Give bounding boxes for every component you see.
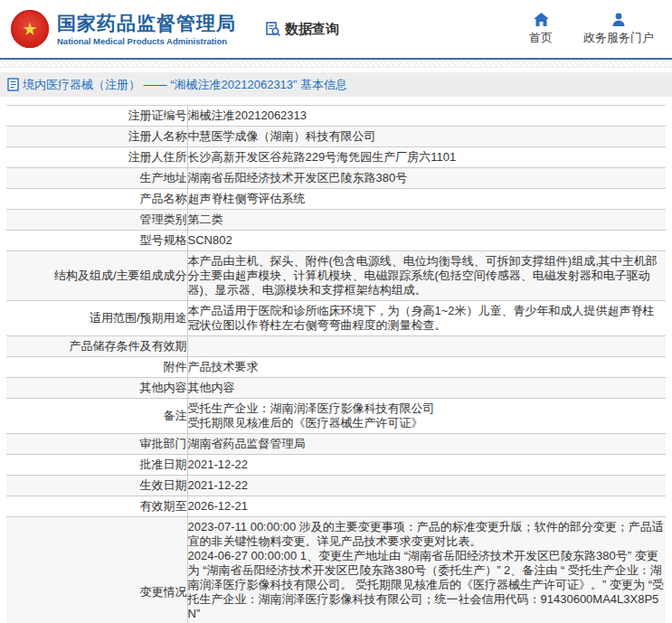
row-label: 附件 xyxy=(6,357,187,378)
row-value: 湖南省岳阳经济技术开发区巴陵东路380号 xyxy=(187,168,666,189)
row-value: 2021-12-22 xyxy=(187,455,666,476)
row-label: 备注 xyxy=(6,399,187,434)
table-row: 其他内容其他内容 xyxy=(6,378,666,399)
nav-home[interactable]: 首页 xyxy=(529,13,553,46)
registration-info-table-wrap: 注册证编号湘械注准20212062313注册人名称中慧医学成像（湖南）科技有限公… xyxy=(6,105,666,623)
nav-portal-label: 政务服务门户 xyxy=(583,30,654,46)
page-title: 境内医疗器械（注册） —— “湘械注准20212062313” 基本信息 xyxy=(23,77,347,93)
row-label: 型号规格 xyxy=(6,231,187,251)
table-row: 生产地址湖南省岳阳经济技术开发区巴陵东路380号 xyxy=(6,168,666,189)
data-query-label: 数据查询 xyxy=(285,21,339,38)
emblem-star-icon: ★ xyxy=(22,20,38,38)
row-value: 本产品由主机、探头、附件(包含电源线、电位均衡导线、可拆卸支撑组件)组成,其中主… xyxy=(187,251,666,301)
row-label: 结构及组成/主要组成成分 xyxy=(6,251,187,301)
table-row: 结构及组成/主要组成成分本产品由主机、探头、附件(包含电源线、电位均衡导线、可拆… xyxy=(6,251,666,301)
agency-title-block: 国家药品监督管理局 National Medical Products Admi… xyxy=(57,13,236,46)
row-label: 其他内容 xyxy=(6,378,187,399)
table-row: 注册人名称中慧医学成像（湖南）科技有限公司 xyxy=(6,127,666,147)
data-query-tab[interactable]: 数据查询 xyxy=(265,21,339,38)
row-label: 变更情况 xyxy=(6,517,187,623)
agency-name-en: National Medical Products Administration xyxy=(57,36,236,46)
row-value: 湖南省药品监督管理局 xyxy=(187,434,666,455)
table-row: 注册证编号湘械注准20212062313 xyxy=(6,106,666,127)
row-label: 生产地址 xyxy=(6,168,187,189)
row-label: 产品储存条件及有效期 xyxy=(6,336,187,357)
nav-portal[interactable]: 政务服务门户 xyxy=(583,13,654,46)
row-value: 中慧医学成像（湖南）科技有限公司 xyxy=(187,127,666,147)
row-value: 2023-07-11 00:00:00 涉及的主要变更事项：产品的标准变更升版；… xyxy=(187,517,666,623)
row-label: 生效日期 xyxy=(6,476,187,496)
data-query-icon xyxy=(265,21,281,37)
row-value: 第二类 xyxy=(187,210,666,231)
home-icon xyxy=(534,13,549,26)
top-nav: 首页 政务服务门户 xyxy=(529,13,663,46)
row-value: SCN802 xyxy=(187,231,666,251)
row-label: 注册人名称 xyxy=(6,127,187,147)
table-row: 适用范围/预期用途本产品适用于医院和诊所临床环境下，为（身高1~2米）儿童、青少… xyxy=(6,301,666,336)
table-row: 备注受托生产企业：湖南润泽医疗影像科技有限公司 受托期限见核准后的《医疗器械生产… xyxy=(6,399,666,434)
row-label: 产品名称 xyxy=(6,189,187,210)
row-value xyxy=(187,336,666,357)
row-value: 本产品适用于医院和诊所临床环境下，为（身高1~2米）儿童、青少年和成人提供超声脊… xyxy=(187,301,666,336)
table-row: 审批部门湖南省药品监督管理局 xyxy=(6,434,666,455)
row-value: 长沙高新开发区谷苑路229号海凭园生产厂房六1101 xyxy=(187,147,666,168)
agency-name-cn: 国家药品监督管理局 xyxy=(57,13,236,34)
table-row: 有效期至2026-12-21 xyxy=(6,496,666,517)
registration-info-table: 注册证编号湘械注准20212062313注册人名称中慧医学成像（湖南）科技有限公… xyxy=(6,105,666,623)
row-label: 批准日期 xyxy=(6,455,187,476)
table-row: 变更情况2023-07-11 00:00:00 涉及的主要变更事项：产品的标准变… xyxy=(6,517,666,623)
row-label: 注册人住所 xyxy=(6,147,187,168)
table-row: 注册人住所长沙高新开发区谷苑路229号海凭园生产厂房六1101 xyxy=(6,147,666,168)
site-header: ★ 国家药品监督管理局 National Medical Products Ad… xyxy=(0,0,672,58)
row-value: 2021-12-22 xyxy=(187,476,666,496)
row-value: 2026-12-21 xyxy=(187,496,666,517)
breadcrumb-bar: 境内医疗器械（注册） —— “湘械注准20212062313” 基本信息 xyxy=(0,72,672,97)
hatch-strip xyxy=(0,60,672,68)
table-row: 管理类别第二类 xyxy=(6,210,666,231)
row-value: 湘械注准20212062313 xyxy=(187,106,666,127)
table-row: 产品储存条件及有效期 xyxy=(6,336,666,357)
national-emblem-logo: ★ xyxy=(11,10,49,48)
document-icon xyxy=(7,78,19,91)
row-label: 适用范围/预期用途 xyxy=(6,301,187,336)
table-row: 批准日期2021-12-22 xyxy=(6,455,666,476)
row-label: 管理类别 xyxy=(6,210,187,231)
nav-home-label: 首页 xyxy=(529,30,553,46)
row-value: 超声脊柱侧弯评估系统 xyxy=(187,189,666,210)
row-value: 受托生产企业：湖南润泽医疗影像科技有限公司 受托期限见核准后的《医疗器械生产许可… xyxy=(187,399,666,434)
row-label: 注册证编号 xyxy=(6,106,187,127)
row-value: 其他内容 xyxy=(187,378,666,399)
table-row: 型号规格SCN802 xyxy=(6,231,666,251)
table-row: 产品名称超声脊柱侧弯评估系统 xyxy=(6,189,666,210)
info-table-body: 注册证编号湘械注准20212062313注册人名称中慧医学成像（湖南）科技有限公… xyxy=(6,106,666,623)
row-label: 有效期至 xyxy=(6,496,187,517)
row-label: 审批部门 xyxy=(6,434,187,455)
user-icon xyxy=(611,13,626,26)
table-row: 生效日期2021-12-22 xyxy=(6,476,666,496)
row-value: 产品技术要求 xyxy=(187,357,666,378)
table-row: 附件产品技术要求 xyxy=(6,357,666,378)
